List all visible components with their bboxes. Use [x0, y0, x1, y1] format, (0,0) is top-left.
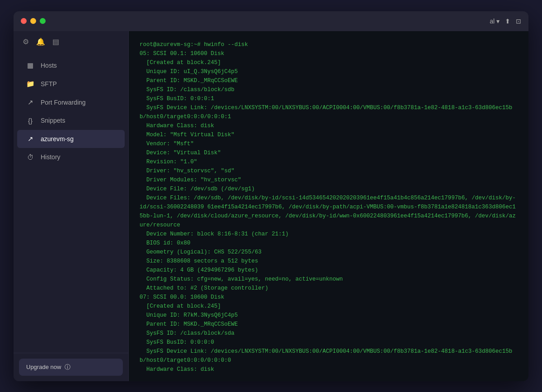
port-forwarding-icon: ↗	[26, 98, 34, 106]
terminal-line: Parent ID: MSKD._MRqCCSoEWE	[140, 320, 518, 329]
terminal-line: SysFS BusID: 0:0:0:0	[140, 338, 518, 347]
history-icon: ⏱	[26, 153, 34, 161]
snippets-icon: {}	[26, 117, 34, 125]
terminal-line: Parent ID: MSKD._MRqCCSoEWE	[140, 76, 518, 85]
sftp-icon: 📁	[26, 80, 34, 88]
terminal-line: BIOS id: 0x80	[140, 239, 518, 248]
history-label: History	[41, 153, 61, 161]
terminal-line: SysFS ID: /class/block/sdb	[140, 85, 518, 94]
sidebar-item-snippets[interactable]: {} Snippets	[17, 112, 125, 129]
terminal-line: [Created at block.245]	[140, 58, 518, 67]
expand-icon[interactable]: ⊡	[516, 18, 521, 25]
terminal-line: Config Status: cfg=new, avail=yes, need=…	[140, 275, 518, 284]
terminal-line: Attached to: #2 (Storage controller)	[140, 284, 518, 293]
sidebar-item-azurevm-sg[interactable]: ↗ azurevm-sg	[17, 130, 125, 148]
terminal-line: Unique ID: uI_Q.3NysQ6jC4p5	[140, 67, 518, 76]
azurevm-icon: ↗	[26, 135, 34, 143]
upgrade-button[interactable]: Upgrade now ⓘ	[19, 359, 123, 376]
azurevm-label: azurevm-sg	[41, 135, 74, 143]
titlebar-actions: al ▾ ⬆ ⊡	[490, 18, 521, 25]
sidebar-item-history[interactable]: ⏱ History	[17, 148, 125, 166]
sidebar-item-hosts[interactable]: ▦ Hosts	[17, 56, 125, 74]
hosts-icon: ▦	[26, 61, 34, 69]
upgrade-icon: ⓘ	[65, 363, 70, 371]
terminal-line: Revision: "1.0"	[140, 157, 518, 166]
upgrade-label: Upgrade now	[26, 364, 61, 370]
account-label[interactable]: al ▾	[490, 18, 500, 25]
terminal-line: Device Number: block 8:16-8:31 (char 21:…	[140, 230, 518, 239]
sidebar: ⚙ 🔔 ▤ ▦ Hosts 📁 SFTP ↗ Port Forwarding	[14, 31, 129, 381]
terminal-line: Model: "Msft Virtual Disk"	[140, 130, 518, 139]
terminal-line: Device: "Virtual Disk"	[140, 148, 518, 157]
sftp-label: SFTP	[41, 80, 57, 88]
terminal-line: root@azurevm-sg:~# hwinfo --disk	[140, 40, 518, 49]
terminal[interactable]: root@azurevm-sg:~# hwinfo --disk05: SCSI…	[129, 31, 528, 381]
terminal-line: Size: 8388608 sectors a 512 bytes	[140, 257, 518, 266]
sidebar-item-sftp[interactable]: 📁 SFTP	[17, 75, 125, 93]
terminal-line: Driver Modules: "hv_storvsc"	[140, 175, 518, 184]
terminal-line: Capacity: 4 GB (4294967296 bytes)	[140, 266, 518, 275]
minimize-button[interactable]	[30, 18, 36, 24]
settings-icon[interactable]: ⚙	[23, 37, 29, 46]
sidebar-top-icons: ⚙ 🔔 ▤	[14, 31, 128, 52]
main-content: ⚙ 🔔 ▤ ▦ Hosts 📁 SFTP ↗ Port Forwarding	[14, 31, 528, 381]
terminal-line: Hardware Class: disk	[140, 365, 518, 374]
terminal-line: SysFS Device Link: /devices/LNXSYSTM:00/…	[140, 347, 518, 365]
sidebar-item-port-forwarding[interactable]: ↗ Port Forwarding	[17, 93, 125, 111]
terminal-line: Device Files: /dev/sdb, /dev/disk/by-id/…	[140, 194, 518, 230]
traffic-lights	[21, 18, 46, 24]
terminal-line: SysFS Device Link: /devices/LNXSYSTM:00/…	[140, 103, 518, 121]
terminal-line: Device File: /dev/sdb (/dev/sg1)	[140, 184, 518, 194]
snippets-label: Snippets	[41, 117, 65, 124]
terminal-line: Unique ID: R7kM.3NysQ6jC4p5	[140, 311, 518, 320]
terminal-line: Vendor: "Msft"	[140, 139, 518, 148]
notification-icon[interactable]: 🔔	[36, 37, 45, 46]
port-forwarding-label: Port Forwarding	[41, 99, 86, 106]
terminal-line: Geometry (Logical): CHS 522/255/63	[140, 248, 518, 257]
sidebar-nav: ▦ Hosts 📁 SFTP ↗ Port Forwarding {} Snip…	[14, 52, 128, 353]
close-button[interactable]	[21, 18, 27, 24]
app-window: al ▾ ⬆ ⊡ ⚙ 🔔 ▤ ▦ Hosts 📁 SFTP	[14, 11, 528, 381]
terminal-line: [Created at block.245]	[140, 302, 518, 311]
terminal-line: SysFS ID: /class/block/sda	[140, 329, 518, 338]
titlebar: al ▾ ⬆ ⊡	[14, 11, 528, 31]
maximize-button[interactable]	[40, 18, 46, 24]
sidebar-bottom: Upgrade now ⓘ	[14, 353, 128, 381]
terminal-line: SysFS BusID: 0:0:0:1	[140, 94, 518, 103]
terminal-icon[interactable]: ▤	[52, 37, 59, 46]
share-icon[interactable]: ⬆	[505, 18, 510, 25]
terminal-line: Driver: "hv_storvsc", "sd"	[140, 166, 518, 175]
hosts-label: Hosts	[41, 62, 57, 69]
terminal-line: Hardware Class: disk	[140, 121, 518, 130]
terminal-line: 05: SCSI 00.1: 10600 Disk	[140, 49, 518, 58]
terminal-line: 07: SCSI 00.0: 10600 Disk	[140, 293, 518, 302]
